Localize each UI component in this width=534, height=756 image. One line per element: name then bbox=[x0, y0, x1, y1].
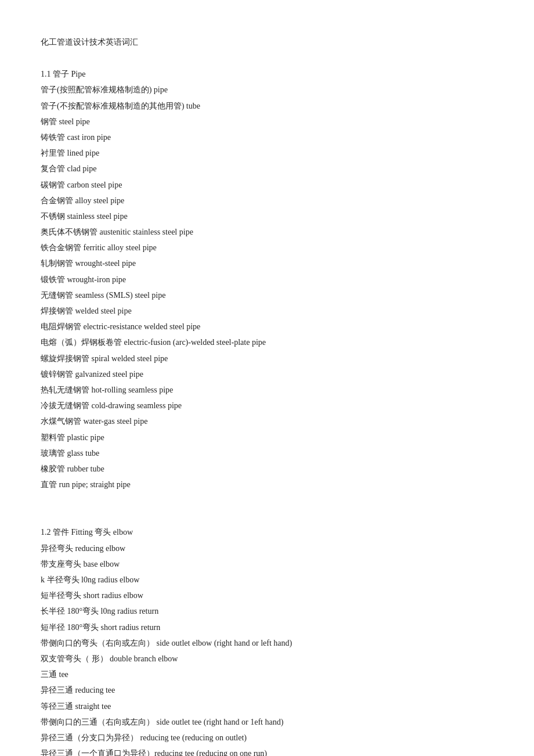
item-1-18: 镀锌钢管 galvanized steel pipe bbox=[41, 367, 493, 381]
item-1-24: 橡胶管 rubber tube bbox=[41, 462, 493, 476]
item-2-1: 带支座弯头 base elbow bbox=[41, 557, 493, 571]
item-1-9: 奥氏体不锈钢管 austenitic stainless steel pipe bbox=[41, 225, 493, 239]
section-2-heading: 1.2 管件 Fitting 弯头 elbow bbox=[41, 525, 493, 539]
item-1-10: 铁合金钢管 ferritic alloy steel pipe bbox=[41, 240, 493, 255]
item-1-13: 无缝钢管 seamless (SMLS) steel pipe bbox=[41, 288, 493, 303]
item-2-8: 三通 tee bbox=[41, 667, 493, 682]
document-title: 化工管道设计技术英语词汇 bbox=[41, 35, 493, 49]
item-1-23: 玻璃管 glass tube bbox=[41, 446, 493, 460]
item-1-12: 锻铁管 wrought-iron pipe bbox=[41, 272, 493, 287]
item-1-22: 塑料管 plastic pipe bbox=[41, 430, 493, 445]
item-1-0: 管子(按照配管标准规格制造的) pipe bbox=[41, 82, 493, 97]
item-1-2: 钢管 steel pipe bbox=[41, 114, 493, 129]
item-2-9: 异径三通 reducing tee bbox=[41, 683, 493, 697]
item-2-5: 短半径 180°弯头 short radius return bbox=[41, 620, 493, 635]
item-2-11: 带侧向口的三通（右向或左向） side outlet tee (right ha… bbox=[41, 715, 493, 729]
item-1-14: 焊接钢管 welded steel pipe bbox=[41, 304, 493, 318]
item-2-2: k 半径弯头 l0ng radius elbow bbox=[41, 573, 493, 587]
item-2-6: 带侧向口的弯头（右向或左向） side outlet elbow (right … bbox=[41, 636, 493, 650]
item-1-4: 衬里管 lined pipe bbox=[41, 146, 493, 160]
item-2-13: 异径三通（一个直通口为异径）reducing tee (reducing on … bbox=[41, 746, 493, 756]
item-1-1: 管子(不按配管标准规格制造的其他用管) tube bbox=[41, 99, 493, 113]
item-1-5: 复合管 clad pipe bbox=[41, 161, 493, 176]
item-1-16: 电熔（弧）焊钢板卷管 electric-fusion (arc)-welded … bbox=[41, 335, 493, 350]
item-1-21: 水煤气钢管 water-gas steel pipe bbox=[41, 414, 493, 429]
item-1-7: 合金钢管 alloy steel pipe bbox=[41, 193, 493, 208]
item-2-4: 长半径 180°弯头 l0ng radius return bbox=[41, 604, 493, 618]
item-2-0: 异径弯头 reducing elbow bbox=[41, 541, 493, 556]
section-1-heading: 1.1 管子 Pipe bbox=[41, 67, 493, 81]
item-1-11: 轧制钢管 wrought-steel pipe bbox=[41, 256, 493, 271]
item-2-10: 等径三通 straight tee bbox=[41, 699, 493, 714]
item-1-8: 不锈钢 stainless steel pipe bbox=[41, 209, 493, 224]
document-container: 化工管道设计技术英语词汇 1.1 管子 Pipe 管子(按照配管标准规格制造的)… bbox=[41, 35, 493, 756]
section-gap-1 bbox=[41, 509, 493, 524]
item-1-25: 直管 run pipe; straight pipe bbox=[41, 477, 493, 492]
item-1-20: 冷拔无缝钢管 cold-drawing seamless pipe bbox=[41, 398, 493, 413]
item-1-17: 螺旋焊接钢管 spiral welded steel pipe bbox=[41, 351, 493, 366]
item-1-15: 电阻焊钢管 electric-resistance welded steel p… bbox=[41, 319, 493, 334]
item-2-12: 异径三通（分支口为异径） reducing tee (reducing on o… bbox=[41, 730, 493, 745]
item-1-19: 热轧无缝钢管 hot-rolling seamless pipe bbox=[41, 383, 493, 397]
item-1-6: 碳钢管 carbon steel pipe bbox=[41, 178, 493, 192]
item-2-7: 双支管弯头（ 形） double branch elbow bbox=[41, 651, 493, 666]
item-1-3: 铸铁管 cast iron pipe bbox=[41, 130, 493, 145]
item-2-3: 短半径弯头 short radius elbow bbox=[41, 588, 493, 603]
